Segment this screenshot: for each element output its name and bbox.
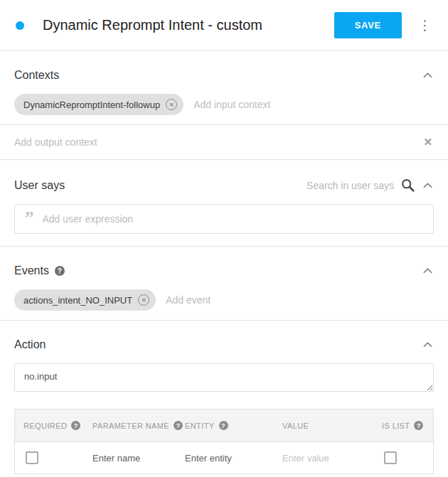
events-row: actions_intent_NO_INPUT × — [0, 280, 448, 320]
column-header-parameter-name: PARAMETER NAME ? — [84, 409, 176, 441]
entity-cell — [176, 444, 274, 473]
contexts-title: Contexts — [14, 69, 59, 82]
user-expression-box: ” — [14, 204, 434, 234]
add-input-context-field[interactable] — [193, 99, 434, 110]
parameters-table-header: REQUIRED ? PARAMETER NAME ? ENTITY ? VAL… — [15, 409, 433, 442]
action-section: Action no.input — [0, 321, 448, 392]
search-user-says-input[interactable] — [289, 180, 394, 191]
value-cell — [274, 444, 373, 473]
header: Dynamic Reprompt Intent - custom SAVE ⋮ — [0, 0, 448, 50]
entity-help-icon[interactable]: ? — [219, 421, 228, 430]
user-says-title: User says — [14, 179, 65, 192]
column-label: IS LIST — [382, 422, 410, 430]
intent-priority-dot[interactable] — [16, 21, 24, 30]
output-contexts-row: ✕ — [0, 125, 448, 159]
is-list-help-icon[interactable]: ? — [414, 421, 423, 430]
save-button[interactable]: SAVE — [334, 12, 402, 38]
value-input[interactable] — [282, 453, 369, 463]
contexts-section: Contexts DynamicRepromptIntent-followup … — [0, 51, 448, 160]
required-help-icon[interactable]: ? — [71, 421, 80, 430]
quote-icon: ” — [25, 215, 34, 223]
entity-input[interactable] — [185, 453, 270, 463]
required-cell — [15, 442, 84, 473]
column-header-is-list: IS LIST ? — [373, 409, 433, 441]
events-title-label: Events — [14, 264, 49, 277]
remove-input-context-icon[interactable]: × — [166, 99, 177, 110]
events-help-icon[interactable]: ? — [55, 266, 65, 276]
action-name-input[interactable]: no.input — [14, 363, 434, 392]
action-title: Action — [14, 338, 46, 351]
action-header: Action — [0, 321, 448, 354]
remove-event-icon[interactable]: × — [138, 294, 149, 306]
input-contexts-row: DynamicRepromptIntent-followup × — [0, 85, 448, 124]
spacer — [0, 234, 448, 246]
user-says-section: User says ” — [0, 160, 448, 247]
parameter-name-cell — [84, 444, 176, 473]
page-title: Dynamic Reprompt Intent - custom — [43, 17, 334, 33]
events-title: Events ? — [14, 264, 65, 277]
intent-editor-page: Dynamic Reprompt Intent - custom SAVE ⋮ … — [0, 0, 448, 474]
user-says-search — [289, 178, 434, 193]
add-event-field[interactable] — [166, 294, 434, 306]
column-label: ENTITY — [185, 422, 215, 430]
column-header-required: REQUIRED ? — [15, 409, 84, 441]
column-label: VALUE — [282, 422, 309, 430]
kebab-menu-icon[interactable]: ⋮ — [415, 17, 435, 33]
chevron-up-icon[interactable] — [422, 181, 434, 190]
add-output-context-field[interactable] — [14, 136, 422, 148]
event-chip[interactable]: actions_intent_NO_INPUT × — [14, 289, 156, 311]
clear-contexts-icon[interactable]: ✕ — [422, 136, 434, 149]
add-user-expression-field[interactable] — [43, 213, 424, 225]
user-says-header: User says — [0, 160, 448, 195]
is-list-cell — [373, 442, 433, 473]
chevron-up-icon[interactable] — [422, 71, 434, 80]
input-context-chip-label: DynamicRepromptIntent-followup — [23, 100, 160, 110]
events-header: Events ? — [0, 247, 448, 280]
column-header-value: VALUE — [274, 410, 373, 441]
event-chip-label: actions_intent_NO_INPUT — [23, 295, 132, 306]
column-label: PARAMETER NAME — [92, 422, 169, 430]
contexts-header: Contexts — [0, 51, 448, 85]
column-label: REQUIRED — [23, 422, 67, 430]
events-section: Events ? actions_intent_NO_INPUT × — [0, 247, 448, 321]
search-icon[interactable] — [400, 178, 415, 193]
chevron-up-icon[interactable] — [422, 267, 434, 275]
parameter-row — [15, 442, 433, 473]
column-header-entity: ENTITY ? — [176, 409, 274, 441]
required-checkbox[interactable] — [26, 451, 38, 464]
chevron-up-icon[interactable] — [422, 341, 434, 349]
input-context-chip[interactable]: DynamicRepromptIntent-followup × — [14, 94, 183, 115]
is-list-checkbox[interactable] — [384, 451, 397, 464]
parameters-table: REQUIRED ? PARAMETER NAME ? ENTITY ? VAL… — [14, 409, 434, 474]
parameter-name-input[interactable] — [92, 453, 172, 463]
